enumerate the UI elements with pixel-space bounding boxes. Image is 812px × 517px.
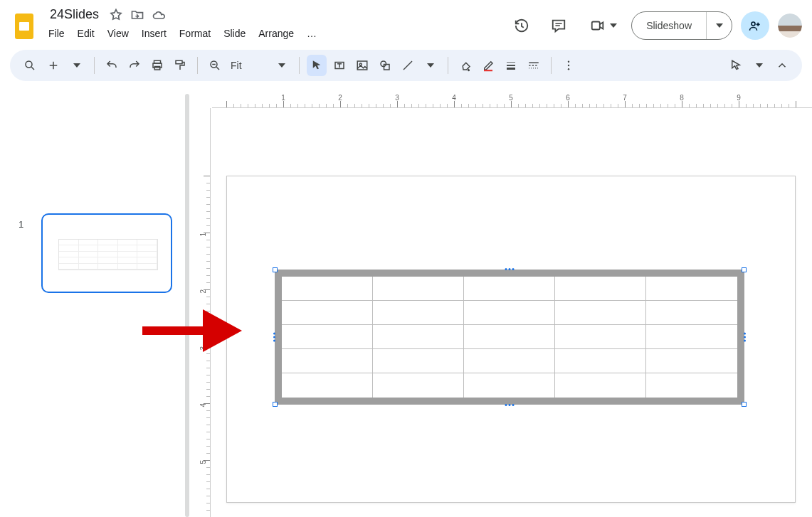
- print-icon[interactable]: [147, 55, 167, 76]
- zoom-icon[interactable]: [205, 55, 225, 76]
- comments-icon[interactable]: [544, 11, 573, 40]
- toolbar: Fit: [10, 50, 802, 81]
- slideshow-button[interactable]: Slideshow: [632, 12, 706, 39]
- account-avatar[interactable]: [778, 14, 802, 38]
- col-insert-handle-bottom[interactable]: [505, 404, 515, 406]
- slide-thumbnail-1[interactable]: [41, 213, 172, 293]
- workspace: 1 123456789 12345: [0, 94, 812, 517]
- menu-arrange[interactable]: Arrange: [253, 25, 300, 42]
- pointer-mode-dropdown[interactable]: [749, 55, 769, 76]
- svg-rect-2: [592, 22, 600, 30]
- table-cell[interactable]: [646, 325, 737, 349]
- zoom-level[interactable]: Fit: [228, 60, 248, 71]
- more-tools-icon[interactable]: [559, 55, 579, 76]
- table-cell[interactable]: [646, 277, 737, 301]
- table-cell[interactable]: [464, 349, 555, 373]
- table-cell[interactable]: [555, 349, 646, 373]
- table-cell[interactable]: [555, 301, 646, 325]
- svg-rect-15: [484, 70, 492, 71]
- share-button[interactable]: [741, 11, 769, 40]
- fill-color-icon[interactable]: [455, 55, 475, 76]
- menu-file[interactable]: File: [43, 25, 70, 42]
- menu-slide[interactable]: Slide: [218, 25, 251, 42]
- table-cell[interactable]: [373, 349, 464, 373]
- line-tool-icon[interactable]: [398, 55, 418, 76]
- panel-splitter[interactable]: [184, 94, 191, 517]
- resize-handle-bl[interactable]: [273, 402, 278, 407]
- table-cell[interactable]: [373, 301, 464, 325]
- svg-rect-1: [19, 22, 29, 31]
- menu-more[interactable]: …: [301, 25, 322, 42]
- slide-number: 1: [19, 219, 23, 230]
- horizontal-ruler[interactable]: 123456789: [212, 94, 812, 108]
- svg-point-3: [752, 22, 755, 26]
- table-cell[interactable]: [464, 277, 555, 301]
- line-tool-dropdown[interactable]: [421, 55, 441, 76]
- svg-point-16: [567, 61, 569, 63]
- resize-handle-tr[interactable]: [742, 267, 747, 272]
- table-cell[interactable]: [282, 349, 373, 373]
- menu-view[interactable]: View: [102, 25, 135, 42]
- paint-format-icon[interactable]: [170, 55, 190, 76]
- row-insert-handle-left[interactable]: [273, 333, 275, 342]
- table-cell[interactable]: [373, 373, 464, 398]
- new-slide-button[interactable]: [43, 55, 64, 76]
- border-weight-icon[interactable]: [501, 55, 521, 76]
- table-cell[interactable]: [464, 373, 555, 398]
- selected-table[interactable]: [275, 270, 744, 405]
- table-cell[interactable]: [282, 325, 373, 349]
- vertical-ruler[interactable]: 12345: [196, 108, 211, 517]
- search-tool-icon[interactable]: [20, 55, 40, 76]
- table-cell[interactable]: [282, 277, 373, 301]
- textbox-tool-icon[interactable]: [329, 55, 349, 76]
- star-icon[interactable]: [109, 8, 123, 22]
- redo-icon[interactable]: [125, 55, 144, 76]
- ruler-h-label: 1: [281, 94, 285, 102]
- table-cell[interactable]: [464, 325, 555, 349]
- resize-handle-tl[interactable]: [273, 267, 278, 272]
- svg-rect-11: [357, 61, 367, 70]
- table-cell[interactable]: [555, 277, 646, 301]
- zoom-dropdown[interactable]: [272, 55, 292, 76]
- new-slide-dropdown[interactable]: [67, 55, 87, 76]
- col-insert-handle-top[interactable]: [505, 268, 515, 270]
- border-color-icon[interactable]: [478, 55, 498, 76]
- collapse-toolbar-icon[interactable]: [772, 55, 792, 76]
- pointer-mode-icon[interactable]: [725, 55, 747, 76]
- ruler-h-label: 7: [623, 94, 627, 102]
- slideshow-dropdown[interactable]: [706, 12, 732, 39]
- shape-tool-icon[interactable]: [375, 55, 395, 76]
- menu-edit[interactable]: Edit: [72, 25, 100, 42]
- undo-icon[interactable]: [102, 55, 122, 76]
- table-cell[interactable]: [646, 373, 737, 398]
- row-insert-handle-right[interactable]: [744, 333, 746, 342]
- separator: [299, 57, 300, 74]
- table-cell[interactable]: [373, 277, 464, 301]
- move-folder-icon[interactable]: [130, 8, 144, 22]
- svg-rect-8: [176, 60, 182, 64]
- image-tool-icon[interactable]: [352, 55, 372, 76]
- meet-button[interactable]: [581, 11, 623, 40]
- slides-app-icon[interactable]: [10, 9, 38, 44]
- table-cell[interactable]: [646, 301, 737, 325]
- table-cell[interactable]: [373, 325, 464, 349]
- document-title[interactable]: 24Slides: [47, 6, 102, 23]
- table-cell[interactable]: [282, 301, 373, 325]
- history-icon[interactable]: [507, 11, 536, 40]
- table-grid[interactable]: [282, 277, 737, 398]
- menu-insert[interactable]: Insert: [136, 25, 172, 42]
- ruler-h-label: 5: [509, 94, 513, 102]
- slide-panel: 1: [0, 94, 184, 517]
- table-cell[interactable]: [464, 301, 555, 325]
- table-cell[interactable]: [555, 325, 646, 349]
- border-dash-icon[interactable]: [524, 55, 544, 76]
- menu-format[interactable]: Format: [174, 25, 216, 42]
- table-cell[interactable]: [282, 373, 373, 398]
- table-cell[interactable]: [555, 373, 646, 398]
- resize-handle-br[interactable]: [742, 402, 747, 407]
- cloud-saved-icon[interactable]: [152, 8, 166, 22]
- svg-point-4: [26, 61, 32, 68]
- svg-point-17: [567, 65, 569, 66]
- table-cell[interactable]: [646, 349, 737, 373]
- select-tool-icon[interactable]: [307, 55, 327, 76]
